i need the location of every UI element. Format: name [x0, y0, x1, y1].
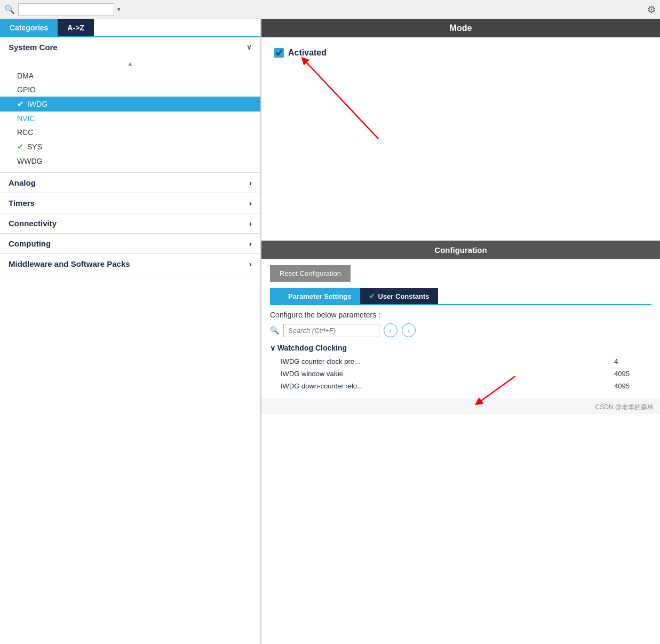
- param-settings-label: Parameter Settings: [288, 292, 352, 300]
- middleware-chevron: ›: [249, 259, 252, 268]
- sidebar-item-sys[interactable]: ✔ SYS: [0, 139, 260, 154]
- sidebar-item-gpio[interactable]: GPIO: [0, 83, 260, 97]
- timers-chevron: ›: [249, 198, 252, 208]
- sidebar-item-rcc[interactable]: RCC: [0, 125, 260, 139]
- params-search-icon: 🔍: [270, 326, 279, 335]
- watermark: CSDN @老李的森林: [261, 399, 660, 414]
- watchdog-group: ∨ Watchdog Clocking IWDG counter clock p…: [270, 344, 651, 392]
- system-core-chevron: ∨: [246, 43, 252, 51]
- nav-next-button[interactable]: ›: [402, 323, 416, 337]
- tab-user-constants[interactable]: ✔ User Constants: [360, 288, 438, 304]
- param-name-2: IWDG down-counter relo...: [281, 382, 614, 390]
- reset-config-button[interactable]: Reset Configuration: [270, 265, 351, 282]
- timers-label: Timers: [9, 198, 35, 208]
- analog-chevron: ›: [249, 178, 252, 187]
- arrows-overlay: [261, 37, 660, 240]
- iwdg-check-icon: ✔: [17, 99, 24, 109]
- param-row-0: IWDG counter clock pre... 4: [270, 355, 651, 368]
- tab-bar: Categories A->Z: [0, 19, 260, 37]
- params-search-input[interactable]: [283, 324, 379, 337]
- gear-icon[interactable]: ⚙: [647, 4, 656, 15]
- timers-header[interactable]: Timers ›: [0, 193, 260, 213]
- config-section: Configuration Reset Configuration ✔ Para…: [261, 240, 660, 414]
- system-core-header[interactable]: System Core ∨: [0, 37, 260, 57]
- watchdog-group-label: Watchdog Clocking: [277, 344, 347, 352]
- main-layout: Categories A->Z System Core ∨ ▲ DMA GPIO: [0, 19, 660, 644]
- config-title: Configuration: [434, 245, 487, 255]
- connectivity-label: Connectivity: [9, 219, 57, 228]
- connectivity-header[interactable]: Connectivity ›: [0, 213, 260, 234]
- sys-label: SYS: [27, 142, 42, 151]
- sys-check-icon: ✔: [17, 142, 24, 152]
- config-title-bar: Configuration: [261, 241, 660, 259]
- system-core-items: ▲ DMA GPIO ✔ IWDG NVIC: [0, 57, 260, 172]
- computing-label: Computing: [9, 239, 51, 248]
- sidebar-item-iwdg[interactable]: ✔ IWDG: [0, 97, 260, 112]
- watchdog-group-header: ∨ Watchdog Clocking: [270, 344, 651, 352]
- iwdg-label: IWDG: [27, 100, 47, 108]
- param-name-1: IWDG window value: [281, 370, 614, 378]
- tab-az[interactable]: A->Z: [58, 19, 94, 36]
- scroll-indicator: ▲: [0, 59, 260, 69]
- middleware-header[interactable]: Middleware and Software Packs ›: [0, 254, 260, 274]
- top-bar: 🔍 ▾ ⚙: [0, 0, 660, 19]
- sidebar-item-dma[interactable]: DMA: [0, 69, 260, 83]
- watchdog-collapse-icon[interactable]: ∨: [270, 344, 277, 352]
- system-core-label: System Core: [9, 43, 58, 52]
- system-core-group: System Core ∨ ▲ DMA GPIO ✔ IWDG: [0, 37, 260, 173]
- activated-label: Activated: [288, 48, 327, 58]
- param-name-0: IWDG counter clock pre...: [281, 357, 614, 365]
- svg-line-0: [304, 60, 378, 139]
- tab-parameter-settings[interactable]: ✔ Parameter Settings: [270, 288, 360, 304]
- search-bar-row: 🔍 ‹ ›: [270, 323, 651, 337]
- mode-area: Activated: [261, 37, 660, 240]
- nav-prev-button[interactable]: ‹: [384, 323, 397, 337]
- sidebar-item-wwdg[interactable]: WWDG: [0, 154, 260, 168]
- tab-categories[interactable]: Categories: [0, 19, 58, 36]
- computing-header[interactable]: Computing ›: [0, 234, 260, 254]
- user-constants-label: User Constants: [378, 292, 430, 300]
- param-value-2: 4095: [614, 382, 641, 390]
- gpio-label: GPIO: [17, 85, 36, 94]
- param-value-0: 4: [614, 357, 641, 365]
- mode-title-bar: Mode: [261, 19, 660, 37]
- right-panel: Mode Activated Configuration: [261, 19, 660, 644]
- param-settings-check-icon: ✔: [279, 292, 285, 300]
- activated-row: Activated: [274, 48, 647, 58]
- computing-chevron: ›: [249, 239, 252, 248]
- param-row-2: IWDG down-counter relo... 4095: [270, 380, 651, 392]
- connectivity-chevron: ›: [249, 219, 252, 228]
- middleware-label: Middleware and Software Packs: [9, 259, 130, 268]
- param-row-1: IWDG window value 4095: [270, 368, 651, 380]
- dropdown-arrow[interactable]: ▾: [117, 6, 121, 13]
- analog-label: Analog: [9, 178, 36, 187]
- config-tabs: ✔ Parameter Settings ✔ User Constants: [270, 288, 651, 305]
- params-intro-label: Configure the below parameters :: [270, 311, 651, 319]
- mode-title: Mode: [450, 23, 472, 33]
- activated-checkbox[interactable]: [274, 48, 284, 58]
- rcc-label: RCC: [17, 128, 33, 137]
- param-value-1: 4095: [614, 370, 641, 378]
- search-icon: 🔍: [4, 4, 15, 14]
- user-constants-check-icon: ✔: [369, 292, 375, 300]
- sidebar: Categories A->Z System Core ∨ ▲ DMA GPIO: [0, 19, 261, 644]
- sidebar-item-nvic[interactable]: NVIC: [0, 112, 260, 125]
- dma-label: DMA: [17, 71, 34, 80]
- config-inner: Reset Configuration ✔ Parameter Settings…: [261, 259, 660, 399]
- wwdg-label: WWDG: [17, 157, 42, 165]
- analog-header[interactable]: Analog ›: [0, 173, 260, 193]
- search-input[interactable]: [18, 3, 114, 15]
- nvic-label: NVIC: [17, 114, 35, 123]
